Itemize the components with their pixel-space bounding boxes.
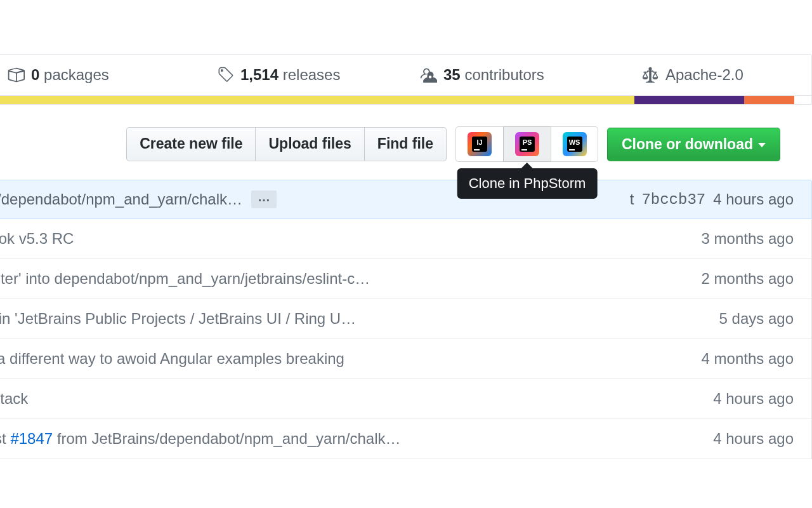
releases-link[interactable]: 1,514 releases [197, 66, 400, 84]
ide-tooltip: Clone in PhpStorm [457, 168, 598, 199]
chevron-down-icon [758, 143, 766, 147]
webstorm-icon: WS [564, 133, 586, 155]
package-icon [7, 66, 25, 84]
intellij-icon: IJ [469, 133, 490, 155]
file-commit-message[interactable]: rybook v5.3 RC [0, 230, 86, 248]
repo-summary-bar: 0 packages 1,514 releases 35 contributor… [0, 54, 812, 96]
releases-label: releases [283, 66, 341, 83]
file-age: 3 months ago [702, 230, 794, 248]
commit-sha[interactable]: 7bccb37 [641, 191, 705, 208]
file-age: 4 hours ago [713, 390, 794, 408]
expand-commit-button[interactable]: … [251, 190, 277, 208]
file-row[interactable]: quest #1847 from JetBrains/dependabot/np… [0, 419, 811, 459]
file-commit-message[interactable]: 'master' into dependabot/npm_and_yarn/je… [0, 270, 383, 288]
file-age: 2 months ago [702, 270, 794, 288]
license-name: Apache-2.0 [665, 66, 743, 84]
language-bar[interactable] [0, 96, 812, 105]
file-commit-message[interactable]: serStack [0, 390, 41, 408]
file-actions-group: Create new file Upload files Find file [126, 127, 447, 161]
license-link[interactable]: Apache-2.0 [622, 66, 787, 84]
upload-files-button[interactable]: Upload files [255, 127, 363, 161]
packages-link[interactable]: 0 packages [0, 66, 197, 84]
latest-commit-bar: ains/dependabot/npm_and_yarn/chalk… … t … [0, 180, 812, 219]
releases-count: 1,514 [240, 66, 278, 83]
file-commit-message[interactable]: quest #1847 from JetBrains/dependabot/np… [0, 430, 413, 448]
file-age: 4 hours ago [713, 430, 794, 448]
file-row[interactable]: s in a different way to awoid Angular ex… [0, 339, 811, 379]
file-age: 5 days ago [719, 310, 794, 328]
file-commit-message[interactable]: s in a different way to awoid Angular ex… [0, 350, 357, 368]
ide-button-group: IJ PS Clone in PhpStorm WS [455, 126, 598, 162]
clone-or-download-button[interactable]: Clone or download [607, 128, 780, 161]
clone-phpstorm-button[interactable]: PS Clone in PhpStorm [503, 126, 551, 162]
law-icon [641, 66, 659, 84]
language-segment [744, 96, 795, 104]
file-list: rybook v5.3 RC 3 months ago 'master' int… [0, 219, 812, 459]
contributors-label: contributors [464, 66, 544, 83]
clone-intellij-button[interactable]: IJ [455, 126, 503, 162]
commit-trailing: t [630, 190, 634, 208]
commit-message-link[interactable]: ains/dependabot/npm_and_yarn/chalk… [0, 190, 242, 208]
file-row[interactable]: nge in 'JetBrains Public Projects / JetB… [0, 299, 811, 339]
file-commit-message[interactable]: nge in 'JetBrains Public Projects / JetB… [0, 310, 369, 328]
language-segment [0, 96, 634, 104]
file-actions-row: Create new file Upload files Find file I… [0, 126, 812, 162]
tag-icon [216, 66, 234, 84]
contributors-count: 35 [443, 66, 461, 83]
create-new-file-button[interactable]: Create new file [126, 127, 255, 161]
commit-time: 4 hours ago [713, 190, 794, 208]
phpstorm-icon: PS [516, 133, 538, 155]
clone-webstorm-button[interactable]: WS [551, 126, 598, 162]
people-icon [419, 66, 437, 84]
file-row[interactable]: serStack 4 hours ago [0, 379, 811, 419]
file-age: 4 months ago [702, 350, 794, 368]
issue-link[interactable]: #1847 [10, 430, 53, 447]
language-segment [634, 96, 744, 104]
contributors-link[interactable]: 35 contributors [400, 66, 622, 84]
file-row[interactable]: 'master' into dependabot/npm_and_yarn/je… [0, 259, 811, 299]
find-file-button[interactable]: Find file [364, 127, 447, 161]
packages-label: packages [44, 66, 109, 83]
packages-count: 0 [31, 66, 39, 83]
file-row[interactable]: rybook v5.3 RC 3 months ago [0, 219, 811, 259]
